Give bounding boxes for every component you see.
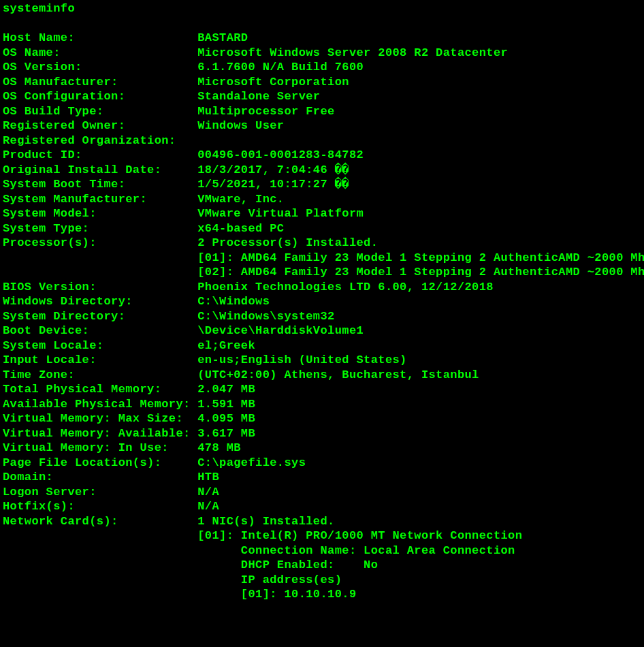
systeminfo-block-1: Host Name: BASTARD OS Name: Microsoft Wi…: [3, 31, 508, 249]
network-card-list: [01]: Intel(R) PRO/1000 MT Network Conne…: [3, 529, 522, 601]
command-line: systeminfo: [3, 2, 75, 15]
processor-list: [01]: AMD64 Family 23 Model 1 Stepping 2…: [3, 251, 644, 279]
terminal-output: systeminfo Host Name: BASTARD OS Name: M…: [0, 0, 644, 603]
systeminfo-block-2: BIOS Version: Phoenix Technologies LTD 6…: [3, 281, 494, 528]
